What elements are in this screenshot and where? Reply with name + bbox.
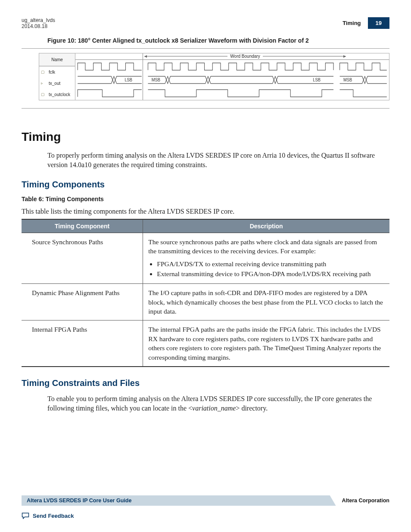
waveform-txout: LSB MSB LSB MSB xyxy=(75,73,389,87)
list-item: External transmitting device to FPGA/non… xyxy=(157,269,384,278)
table-caption: Table 6: Timing Components xyxy=(22,196,389,202)
svg-text:LSB: LSB xyxy=(313,77,321,82)
timing-components-heading: Timing Components xyxy=(22,180,389,190)
send-feedback-link[interactable]: Send Feedback xyxy=(22,512,389,519)
row-name: Internal FPGA Paths xyxy=(22,320,143,367)
page-footer: Altera LVDS SERDES IP Core User Guide Al… xyxy=(22,495,389,519)
section-label: Timing xyxy=(342,20,361,26)
table-row: Internal FPGA Paths The internal FPGA pa… xyxy=(22,320,389,367)
svg-text:LSB: LSB xyxy=(125,77,132,82)
figure-caption: Figure 10: 180° Center Aligned tx_outclo… xyxy=(22,37,389,44)
page-header: ug_altera_lvds 2014.08.18 Timing 19 xyxy=(22,17,389,29)
guide-title: Altera LVDS SERDES IP Core User Guide xyxy=(22,495,336,506)
constraints-para: To enable you to perform timing analysis… xyxy=(47,394,389,414)
doc-id: ug_altera_lvds xyxy=(22,17,55,23)
col-description: Description xyxy=(143,219,389,233)
send-feedback-label: Send Feedback xyxy=(33,513,74,519)
signal-name-txoutclock: ▢tx_outclock xyxy=(39,89,75,100)
timing-constraints-heading: Timing Constraints and Files xyxy=(22,378,389,388)
table-intro: This table lists the timing components f… xyxy=(22,208,389,215)
timing-intro: To properly perform timing analysis on t… xyxy=(47,151,389,170)
wave-icon: ▢ xyxy=(41,70,45,74)
wave-icon: ▢ xyxy=(41,92,45,96)
figure-waveform: Name ▢fclk ▹tx_out ▢tx_outclock Word Bou… xyxy=(22,48,389,109)
svg-text:MSB: MSB xyxy=(343,77,352,82)
timing-components-table: Timing Component Description Source Sync… xyxy=(22,219,389,367)
table-row: Dynamic Phase Alignment Paths The I/O ca… xyxy=(22,284,389,320)
signal-name-txout: ▹tx_out xyxy=(39,78,75,89)
header-right: Timing 19 xyxy=(342,17,389,29)
svg-text:MSB: MSB xyxy=(152,77,161,82)
word-boundary-row: Word Boundary xyxy=(75,53,389,60)
waveform-txoutclock xyxy=(75,87,389,100)
waveform-fclk xyxy=(75,60,389,73)
corp-name: Altera Corporation xyxy=(332,498,389,504)
row-desc: The I/O capture paths in soft-CDR and DP… xyxy=(143,284,389,320)
speech-bubble-icon xyxy=(22,512,29,519)
doc-date: 2014.08.18 xyxy=(22,23,55,29)
timing-heading: Timing xyxy=(22,130,389,144)
row-desc: The internal FPGA paths are the paths in… xyxy=(143,320,389,367)
list-item: FPGA/LVDS/TX to external receiving devic… xyxy=(157,259,384,268)
word-boundary-label: Word Boundary xyxy=(227,54,262,59)
row-name: Source Synchronous Paths xyxy=(22,233,143,284)
page-number-badge: 19 xyxy=(368,17,389,29)
col-timing-component: Timing Component xyxy=(22,219,143,233)
waveform-name-header: Name xyxy=(39,53,75,66)
wave-icon: ▹ xyxy=(41,81,43,85)
row-desc: The source synchronous paths are paths w… xyxy=(143,233,389,284)
table-row: Source Synchronous Paths The source sync… xyxy=(22,233,389,284)
row-name: Dynamic Phase Alignment Paths xyxy=(22,284,143,320)
doc-meta: ug_altera_lvds 2014.08.18 xyxy=(22,17,55,29)
signal-name-fclk: ▢fclk xyxy=(39,66,75,78)
